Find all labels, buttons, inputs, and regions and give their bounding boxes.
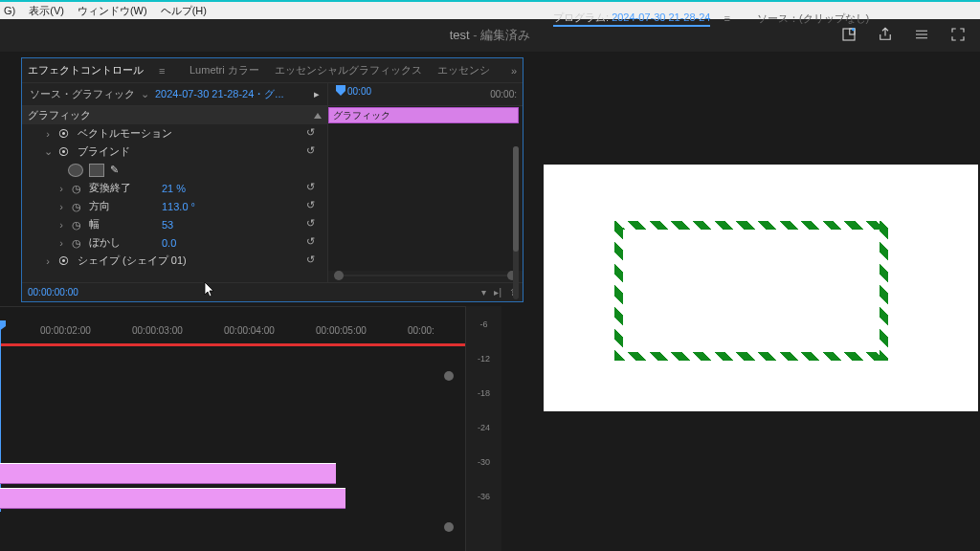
filter-icon[interactable]: ▾ xyxy=(481,287,486,298)
param-transition-complete[interactable]: › ◷ 変換終了 21 % ↺ xyxy=(22,179,327,197)
ruler-start: 00:00 xyxy=(347,86,371,97)
menu-item-window[interactable]: ウィンドウ(W) xyxy=(78,4,147,18)
param-value[interactable]: 0.0 xyxy=(162,237,219,249)
menu-item-view[interactable]: 表示(V) xyxy=(29,4,64,18)
graphic-shape xyxy=(614,221,888,361)
param-value[interactable]: 53 xyxy=(162,219,219,231)
twirl-icon[interactable]: › xyxy=(43,255,53,267)
meter-label: -12 xyxy=(478,354,490,364)
param-label: 幅 xyxy=(89,217,156,231)
project-title: test - 編集済み xyxy=(450,27,531,44)
effect-row-shape[interactable]: › ⦿ シェイプ (シェイプ 01) ↺ xyxy=(22,252,327,270)
fx-enable-icon[interactable]: ⦿ xyxy=(58,146,72,158)
twirl-open-icon[interactable]: ⌄ xyxy=(43,145,53,158)
meter-label: -36 xyxy=(478,492,490,501)
tabs-overflow-icon[interactable]: » xyxy=(511,65,517,77)
rect-mask-icon[interactable] xyxy=(89,164,104,177)
reset-icon[interactable]: ↺ xyxy=(306,126,322,142)
stopwatch-icon[interactable]: ◷ xyxy=(72,201,83,212)
source-label: ソース・グラフィック xyxy=(30,87,135,101)
audio-meter: -6 -12 -18 -24 -30 -36 xyxy=(465,306,501,551)
stopwatch-icon[interactable]: ◷ xyxy=(72,219,83,231)
program-monitor-panel: プログラム: 2024-07-30 21-28-24 ≡ ソース：(クリップなし… xyxy=(547,6,974,411)
param-value[interactable]: 113.0 ° xyxy=(162,201,219,212)
panel-tabs: エフェクトコントロール ≡ Lumetri カラー エッセンシャルグラフィックス… xyxy=(22,58,523,83)
fx-enable-icon[interactable]: ⦿ xyxy=(58,255,72,267)
twirl-icon[interactable]: › xyxy=(43,128,53,140)
ruler-mark: 00:00:05:00 xyxy=(316,325,367,336)
program-label: プログラム: xyxy=(553,11,609,23)
twirl-icon[interactable]: › xyxy=(56,183,66,194)
ruler-mark: 00:00:03:00 xyxy=(132,325,183,336)
timeline-clip[interactable]: グラフィック xyxy=(328,107,519,123)
program-clip-name: 2024-07-30 21-28-24 xyxy=(612,11,710,23)
tab-effect-controls[interactable]: エフェクトコントロール xyxy=(28,63,144,77)
reset-icon[interactable]: ↺ xyxy=(306,199,322,214)
meter-label: -6 xyxy=(479,320,487,329)
menu-item[interactable]: G) xyxy=(4,5,15,16)
effect-list: ソース・グラフィック ⌄ 2024-07-30 21-28-24・グ... ▸ … xyxy=(22,83,328,282)
menu-item-help[interactable]: ヘルプ(H) xyxy=(161,4,207,18)
program-viewer[interactable] xyxy=(544,165,978,411)
effect-label: シェイプ (シェイプ 01) xyxy=(78,253,322,268)
video-clip[interactable] xyxy=(0,488,345,509)
meter-label: -18 xyxy=(478,388,490,398)
reset-icon[interactable]: ↺ xyxy=(306,217,322,232)
source-clip-selector[interactable]: ソース・グラフィック ⌄ 2024-07-30 21-28-24・グ... ▸ xyxy=(22,83,327,106)
mask-shape-row: ✎ xyxy=(22,161,327,179)
tab-essential-graphics[interactable]: エッセンシャルグラフィックス xyxy=(275,63,422,77)
track-handle[interactable] xyxy=(444,371,454,381)
panel-menu-icon[interactable]: ≡ xyxy=(159,65,174,77)
ellipse-mask-icon[interactable] xyxy=(68,164,83,177)
tab-essential-sound[interactable]: エッセンシ xyxy=(437,63,490,77)
param-label: 方向 xyxy=(89,199,156,213)
stopwatch-icon[interactable]: ◷ xyxy=(72,237,83,249)
reset-icon[interactable]: ↺ xyxy=(306,253,322,269)
step-icon[interactable]: ▸| xyxy=(494,287,501,298)
timecode-display[interactable]: 00:00:00:00 xyxy=(28,287,78,298)
source-tab[interactable]: ソース：(クリップなし) xyxy=(757,11,869,26)
effect-group-header[interactable]: グラフィック xyxy=(22,106,327,124)
meter-label: -24 xyxy=(478,423,490,432)
ruler-mark: 00:00:04:00 xyxy=(224,325,275,336)
track-handle[interactable] xyxy=(444,522,454,532)
param-feather[interactable]: › ◷ ぼかし 0.0 ↺ xyxy=(22,233,327,252)
chevron-down-icon: ⌄ xyxy=(141,88,149,100)
collapse-icon[interactable] xyxy=(314,113,322,119)
effect-label: ブラインド xyxy=(78,144,322,159)
cursor-icon xyxy=(204,281,215,298)
reset-icon[interactable]: ↺ xyxy=(306,235,322,251)
twirl-icon[interactable]: › xyxy=(56,201,66,212)
effect-label: ベクトルモーション xyxy=(78,126,322,141)
effect-row-vector-motion[interactable]: › ⦿ ベクトルモーション ↺ xyxy=(22,124,327,143)
fx-enable-icon[interactable]: ⦿ xyxy=(58,128,72,140)
ruler-mark: 00:00:02:00 xyxy=(40,325,91,336)
mini-timeline-ruler[interactable]: 00:00 00:00: xyxy=(328,83,523,106)
clip-name: 2024-07-30 21-28-24・グ... xyxy=(155,87,284,101)
video-clip[interactable] xyxy=(0,463,336,484)
ruler-mark: 00:00: xyxy=(408,325,434,336)
param-direction[interactable]: › ◷ 方向 113.0 ° ↺ xyxy=(22,197,327,215)
param-value[interactable]: 21 % xyxy=(162,183,219,194)
pen-mask-icon[interactable]: ✎ xyxy=(110,164,119,176)
effect-timeline: 00:00 00:00: グラフィック xyxy=(328,83,523,282)
panel-menu-icon[interactable]: ≡ xyxy=(724,12,729,24)
effect-row-blinds[interactable]: ⌄ ⦿ ブラインド ↺ xyxy=(22,143,327,161)
ruler-end: 00:00: xyxy=(490,89,517,99)
render-bar xyxy=(0,343,465,346)
playhead-icon[interactable]: 00:00 xyxy=(336,85,371,97)
twirl-icon[interactable]: › xyxy=(56,237,66,249)
stopwatch-icon[interactable]: ◷ xyxy=(72,183,83,194)
twirl-icon[interactable]: › xyxy=(56,219,66,231)
reset-icon[interactable]: ↺ xyxy=(306,144,322,160)
scrollbar[interactable] xyxy=(513,146,519,299)
meter-label: -30 xyxy=(478,457,490,467)
timeline-ruler[interactable]: 00:00:02:00 00:00:03:00 00:00:04:00 00:0… xyxy=(0,320,465,340)
tab-lumetri[interactable]: Lumetri カラー xyxy=(189,63,259,77)
play-arrow-icon[interactable]: ▸ xyxy=(314,88,320,100)
reset-icon[interactable]: ↺ xyxy=(306,181,322,196)
group-label: グラフィック xyxy=(28,108,308,122)
tab-program[interactable]: プログラム: 2024-07-30 21-28-24 xyxy=(553,11,710,27)
param-width[interactable]: › ◷ 幅 53 ↺ xyxy=(22,215,327,233)
zoom-slider[interactable] xyxy=(334,271,517,280)
